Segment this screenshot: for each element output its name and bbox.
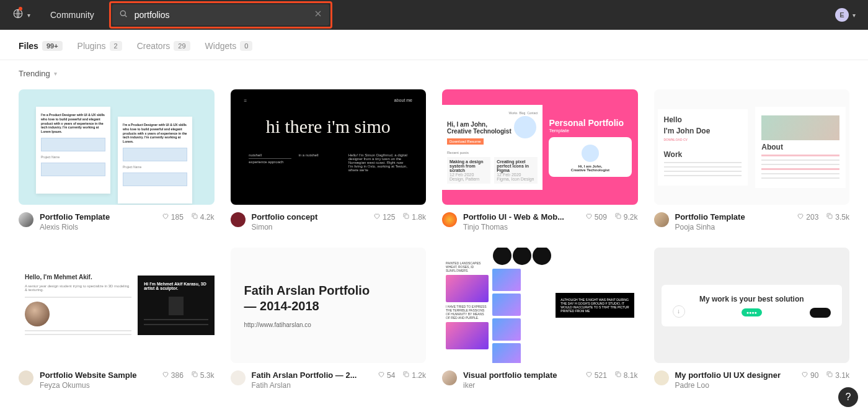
likes-stat[interactable]: 185 — [162, 212, 184, 222]
heart-icon — [162, 212, 169, 222]
duplicate-icon — [402, 370, 410, 380]
card-meta: Portfolio Template Pooja Sinha 203 3.5k — [654, 212, 850, 231]
svg-rect-8 — [617, 373, 621, 377]
card-thumbnail: Hello I'm John Doe DOWNLOAD CV Work Abou… — [654, 89, 850, 205]
heart-icon — [801, 370, 808, 380]
tab-label: Creators — [137, 41, 170, 51]
author-avatar[interactable] — [19, 370, 33, 385]
globe-icon — [12, 8, 24, 22]
card-meta: Portfolio Website Sample Feyza Okumus 38… — [19, 370, 215, 390]
card-thumbnail: Fatih Arslan Portfolio — 2014-2018 http:… — [231, 248, 427, 363]
card-meta: Portfolio concept Simon 125 1.8k — [231, 212, 427, 231]
author-avatar[interactable] — [231, 212, 246, 227]
globe-menu[interactable]: ▾ — [7, 6, 35, 24]
author-avatar[interactable] — [654, 212, 669, 227]
copies-stat[interactable]: 5.3k — [191, 370, 215, 380]
chevron-down-icon: ▾ — [27, 12, 30, 19]
card-title: Portfolio Template — [40, 212, 156, 222]
top-bar: ▾ Community E ▾ — [0, 0, 868, 30]
tab-widgets[interactable]: Widgets 0 — [205, 41, 253, 51]
sort-dropdown[interactable]: Trending ▾ — [19, 69, 57, 78]
card-meta: Portfolio Template Alexis Riols 185 4.2k — [19, 212, 215, 231]
duplicate-icon — [402, 212, 410, 222]
duplicate-icon — [191, 370, 198, 380]
author-avatar[interactable] — [231, 370, 246, 385]
copies-stat[interactable]: 9.2k — [614, 212, 638, 222]
card-author: Simon — [252, 223, 368, 231]
tab-label: Files — [19, 41, 38, 51]
tab-count-badge: 2 — [110, 41, 122, 51]
card-author: Padre Loo — [675, 381, 795, 390]
svg-rect-2 — [193, 215, 197, 218]
copies-stat[interactable]: 1.8k — [402, 212, 426, 222]
search-highlight-box — [109, 1, 332, 29]
author-avatar[interactable] — [442, 212, 457, 227]
result-tabs: Files 99+ Plugins 2 Creators 29 Widgets … — [0, 30, 868, 60]
tab-creators[interactable]: Creators 29 — [137, 41, 190, 51]
card-thumbnail: Hello, I'm Mehmet Akif. A senior year de… — [19, 248, 215, 363]
heart-icon — [162, 370, 169, 380]
likes-stat[interactable]: 203 — [797, 212, 818, 222]
result-card[interactable]: Hello I'm John Doe DOWNLOAD CV Work Abou… — [654, 89, 850, 231]
heart-icon — [585, 212, 593, 222]
tab-label: Plugins — [78, 41, 106, 51]
tab-count-badge: 99+ — [42, 41, 63, 51]
result-card[interactable]: Hello, I'm Mehmet Akif. A senior year de… — [19, 248, 215, 390]
heart-icon — [373, 212, 381, 222]
card-meta: Fatih Arslan Portfolio — 2... Fatih Arsl… — [231, 370, 427, 390]
likes-stat[interactable]: 90 — [801, 370, 818, 380]
card-title: Portfolio UI - Web & Mob... — [463, 212, 579, 222]
tab-count-badge: 29 — [174, 41, 190, 51]
card-title: Fatih Arslan Portfolio — 2... — [252, 370, 371, 380]
copies-stat[interactable]: 8.1k — [614, 370, 638, 380]
author-avatar[interactable] — [442, 370, 457, 385]
heart-icon — [585, 370, 593, 380]
card-thumbnail: ≡ about me hi there i'm simo nutshellexp… — [231, 89, 427, 205]
result-card[interactable]: I'm a Product Designer with UI & UX skil… — [19, 89, 215, 231]
card-author: iker — [463, 381, 579, 390]
card-meta: Visual portfolio template iker 521 8.1k — [442, 370, 638, 390]
duplicate-icon — [614, 212, 622, 222]
result-card[interactable]: Works Blog Contact Hi, I am John, Creati… — [442, 89, 638, 231]
tab-files[interactable]: Files 99+ — [19, 41, 63, 51]
card-author: Feyza Okumus — [40, 381, 156, 390]
tab-plugins[interactable]: Plugins 2 — [78, 41, 122, 51]
user-menu[interactable]: E ▾ — [835, 8, 861, 22]
result-card[interactable]: Fatih Arslan Portfolio — 2014-2018 http:… — [231, 248, 427, 390]
result-card[interactable]: ≡ about me hi there i'm simo nutshellexp… — [231, 89, 427, 231]
search-icon — [118, 9, 128, 21]
copies-stat[interactable]: 3.1k — [826, 370, 849, 380]
notification-dot-icon — [19, 7, 22, 11]
help-button[interactable]: ? — [838, 387, 858, 407]
community-link[interactable]: Community — [40, 10, 104, 20]
result-card[interactable]: My work is your best solution ●●●● ↓ My … — [654, 248, 850, 390]
likes-stat[interactable]: 54 — [378, 370, 395, 380]
card-author: Tinjo Thomas — [463, 223, 579, 231]
likes-stat[interactable]: 125 — [373, 212, 395, 222]
card-author: Pooja Sinha — [675, 223, 791, 231]
svg-rect-9 — [828, 373, 832, 377]
search-field[interactable] — [112, 4, 329, 25]
tab-count-badge: 0 — [240, 41, 252, 51]
duplicate-icon — [191, 212, 198, 222]
copies-stat[interactable]: 3.5k — [826, 212, 849, 222]
tab-label: Widgets — [205, 41, 237, 51]
results-grid: I'm a Product Designer with UI & UX skil… — [0, 89, 868, 408]
heart-icon — [378, 370, 385, 380]
svg-rect-5 — [828, 215, 832, 218]
copies-stat[interactable]: 4.2k — [191, 212, 215, 222]
likes-stat[interactable]: 386 — [162, 370, 184, 380]
heart-icon — [797, 212, 804, 222]
author-avatar[interactable] — [654, 370, 669, 385]
search-input[interactable] — [135, 10, 307, 20]
svg-rect-7 — [405, 373, 409, 377]
likes-stat[interactable]: 509 — [585, 212, 607, 222]
copies-stat[interactable]: 1.2k — [402, 370, 426, 380]
result-card[interactable]: PAINTED LANDSCAPES WHEAT, ROSES, ID SUNF… — [442, 248, 638, 390]
card-title: My portfolio UI UX designer — [675, 370, 795, 380]
clear-search-button[interactable] — [313, 9, 323, 21]
chevron-down-icon: ▾ — [852, 12, 856, 19]
likes-stat[interactable]: 521 — [585, 370, 607, 380]
duplicate-icon — [826, 212, 833, 222]
author-avatar[interactable] — [19, 212, 33, 227]
